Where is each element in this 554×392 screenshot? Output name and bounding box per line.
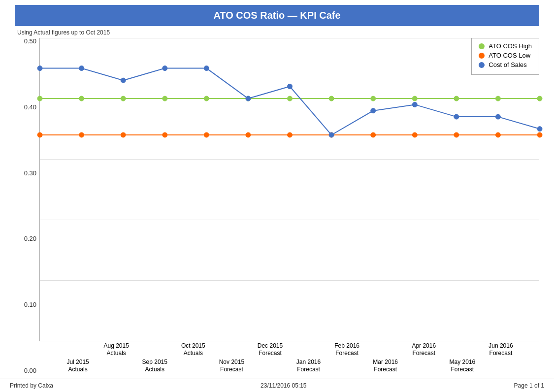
x-label-jan: Jan 2016 Forecast — [270, 359, 347, 374]
svg-point-7 — [329, 96, 334, 101]
y-label-010: 0.10 — [24, 301, 36, 308]
chart-inner: ATO COS High ATO COS Low Cost of Sales — [39, 38, 539, 374]
chart-area: 0.50 0.40 0.30 0.20 0.10 0.00 — [15, 38, 539, 374]
svg-point-38 — [537, 127, 542, 131]
x-label-feb: Feb 2016 Forecast — [309, 342, 386, 358]
x-label-jun: Jun 2016 Forecast — [462, 342, 539, 358]
svg-point-2 — [121, 96, 126, 101]
svg-point-24 — [495, 132, 500, 137]
svg-point-34 — [371, 108, 376, 113]
legend-dot-high — [479, 43, 485, 49]
footer-center: 23/11/2016 05:15 — [261, 382, 306, 389]
legend-item-high: ATO COS High — [479, 42, 532, 50]
x-axis-top: Aug 2015 Actuals Oct 2015 Actuals Dec 20… — [39, 342, 539, 358]
svg-point-13 — [37, 132, 42, 137]
svg-point-29 — [163, 66, 167, 71]
page: ATO COS Ratio — KPI Cafe Using Actual fi… — [0, 0, 554, 392]
x-spacer-0 — [39, 342, 78, 358]
y-label-020: 0.20 — [24, 235, 36, 242]
y-axis: 0.50 0.40 0.30 0.20 0.10 0.00 — [15, 38, 39, 374]
chart-svg — [40, 38, 539, 341]
x-label-jul: Jul 2015 Actuals — [39, 359, 116, 374]
x-label-sep: Sep 2015 Actuals — [116, 359, 193, 374]
svg-point-14 — [79, 132, 84, 137]
y-label-030: 0.30 — [24, 170, 36, 176]
chart-title: ATO COS Ratio — KPI Cafe — [15, 5, 539, 26]
svg-point-0 — [37, 96, 42, 101]
svg-point-9 — [412, 96, 417, 101]
svg-point-28 — [121, 78, 126, 83]
chart-subtitle: Using Actual figures up to Oct 2015 — [15, 29, 539, 36]
svg-point-33 — [329, 132, 334, 137]
legend-dot-cos — [479, 62, 485, 68]
y-label-050: 0.50 — [24, 38, 36, 44]
x-label-aug: Aug 2015 Actuals — [78, 342, 155, 358]
svg-point-1 — [79, 96, 84, 101]
footer-right: Page 1 of 1 — [514, 382, 544, 389]
svg-point-19 — [288, 132, 293, 137]
svg-point-18 — [246, 132, 251, 137]
svg-point-23 — [454, 132, 459, 137]
svg-point-12 — [537, 96, 542, 101]
legend-label-cos: Cost of Sales — [489, 61, 526, 68]
svg-point-3 — [163, 96, 167, 101]
x-axis-bottom: Jul 2015 Actuals Sep 2015 Actuals Nov 20… — [39, 359, 539, 374]
legend-label-low: ATO COS Low — [489, 52, 530, 59]
y-label-040: 0.40 — [24, 104, 36, 110]
svg-point-11 — [495, 96, 500, 101]
svg-point-8 — [371, 96, 376, 101]
svg-point-4 — [204, 96, 209, 101]
x-label-apr: Apr 2016 Forecast — [386, 342, 462, 358]
svg-point-16 — [163, 132, 167, 137]
x-label-dec: Dec 2015 Forecast — [231, 342, 308, 358]
svg-point-26 — [37, 66, 42, 71]
legend: ATO COS High ATO COS Low Cost of Sales — [471, 38, 539, 75]
svg-point-27 — [79, 66, 84, 71]
svg-point-30 — [204, 66, 209, 71]
svg-point-21 — [371, 132, 376, 137]
svg-point-32 — [288, 84, 293, 89]
svg-point-10 — [454, 96, 459, 101]
x-label-nov: Nov 2015 Forecast — [193, 359, 270, 374]
grid-000 — [40, 341, 539, 341]
svg-point-25 — [537, 132, 542, 137]
svg-point-22 — [412, 132, 417, 137]
grid-area: ATO COS High ATO COS Low Cost of Sales — [39, 38, 539, 341]
y-label-000: 0.00 — [24, 367, 36, 374]
x-label-may: May 2016 Forecast — [424, 359, 501, 374]
x-label-mar: Mar 2016 Forecast — [347, 359, 424, 374]
svg-point-17 — [204, 132, 209, 137]
footer: Printed by Caixa 23/11/2016 05:15 Page 1… — [0, 379, 554, 392]
footer-left: Printed by Caixa — [10, 382, 53, 389]
x-spacer-end — [501, 359, 539, 374]
svg-point-35 — [412, 102, 417, 107]
svg-point-31 — [246, 96, 251, 101]
svg-point-37 — [495, 114, 500, 119]
x-label-oct: Oct 2015 Actuals — [155, 342, 231, 358]
legend-label-high: ATO COS High — [489, 42, 532, 50]
legend-item-low: ATO COS Low — [479, 52, 532, 59]
svg-point-15 — [121, 132, 126, 137]
svg-point-36 — [454, 114, 459, 119]
legend-item-cos: Cost of Sales — [479, 61, 532, 68]
legend-dot-low — [479, 53, 485, 59]
svg-point-6 — [288, 96, 293, 101]
chart-container: ATO COS Ratio — KPI Cafe Using Actual fi… — [0, 0, 554, 379]
